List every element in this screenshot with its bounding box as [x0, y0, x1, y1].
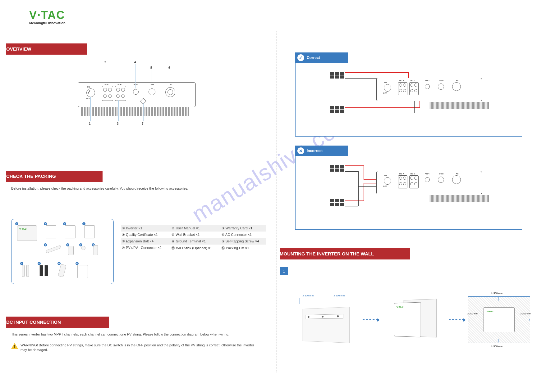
wiring-incorrect-panel: ✕ Incorrect ON OFF DC-A D — [295, 146, 522, 230]
cross-icon: ✕ — [297, 147, 304, 154]
warning-text: WARNING! Before connecting PV strings, m… — [21, 343, 260, 352]
callout-6: 6 — [168, 66, 170, 70]
mount-heading: MOUNTING THE INVERTER ON THE WALL — [280, 248, 410, 259]
page-spine — [277, 31, 277, 372]
incorrect-label: Incorrect — [307, 149, 323, 153]
mount-steps-row: ≥ 300 mm ≥ 300 mm V·TAC — [292, 286, 534, 354]
dc-note: This series inverter has two MPPT channe… — [11, 332, 247, 337]
callout-4: 4 — [134, 61, 136, 64]
mount-step-hang: V·TAC — [378, 289, 448, 351]
brand-logo: V·TAC — [29, 9, 67, 22]
label-dca: DC-A — [104, 83, 108, 85]
check-icon: ✓ — [297, 54, 304, 61]
callout-7: 7 — [142, 122, 144, 125]
callout-3: 3 — [117, 122, 119, 125]
correct-label: Correct — [307, 56, 320, 60]
packing-diagram: 1 V·TAC 2 3 4 5 6 7 8 9 10 11 12 — [11, 219, 114, 284]
label-on: ON — [87, 86, 90, 88]
label-dcb: DC-B — [117, 83, 122, 85]
packing-table: ① Inverter ×1② User Manual ×1③ Warranty … — [121, 225, 266, 252]
header-divider — [0, 28, 555, 28]
arrow-icon — [449, 319, 464, 320]
mount-step-bracket: ≥ 300 mm ≥ 300 mm — [292, 289, 363, 351]
packing-intro: Before installation, please check the pa… — [11, 186, 260, 191]
packing-heading: CHECK THE PACKING — [6, 171, 103, 182]
wiring-correct-panel: ✓ Correct ON OFF DC-A DC- — [295, 53, 522, 137]
warning-icon — [11, 343, 18, 349]
callout-2: 2 — [104, 61, 106, 64]
dc-heading: DC INPUT CONNECTION — [6, 317, 109, 328]
step-tag: 1 — [280, 267, 288, 275]
mount-step-clearance: V·TAC ↑ ≥ 300 mm ↓ ≥ 500 mm ← ≥ 200 mm →… — [464, 289, 534, 351]
overview-heading: OVERVIEW — [6, 43, 87, 55]
callout-1: 1 — [89, 122, 91, 125]
brand-tagline: Meaningful Innovation. — [29, 21, 67, 25]
label-off: OFF — [86, 98, 90, 100]
arrow-icon — [363, 319, 378, 320]
callout-5: 5 — [150, 66, 152, 70]
overview-diagram: ON OFF DC-A DC-B WiFi COM AC 2 4 6 — [78, 61, 218, 138]
